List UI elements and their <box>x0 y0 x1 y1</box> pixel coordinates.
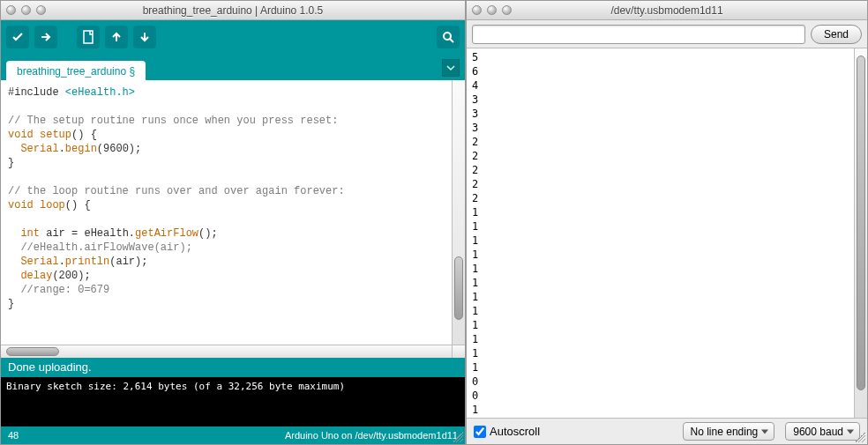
baud-value: 9600 baud <box>793 426 843 438</box>
tab-menu-button[interactable] <box>442 59 460 77</box>
scrollbar-thumb[interactable] <box>6 347 59 356</box>
save-button[interactable] <box>133 26 156 48</box>
toolbar <box>1 20 465 54</box>
check-icon <box>11 30 25 44</box>
serial-monitor-button[interactable] <box>437 26 460 48</box>
baud-rate-select[interactable]: 9600 baud <box>785 422 860 441</box>
zoom-icon[interactable] <box>36 5 46 15</box>
verify-button[interactable] <box>6 26 29 48</box>
open-button[interactable] <box>105 26 128 48</box>
board-port-label: Arduino Uno on /dev/tty.usbmodem1d11 <box>285 430 458 441</box>
autoscroll-checkbox[interactable]: Autoscroll <box>474 425 540 438</box>
serial-output[interactable]: 5 6 4 3 3 3 2 2 2 2 2 1 1 1 1 1 1 1 1 1 … <box>467 48 854 418</box>
window-title: breathing_tree_arduino | Arduino 1.0.5 <box>1 4 465 17</box>
close-icon[interactable] <box>6 5 16 15</box>
arrow-down-icon <box>138 30 152 44</box>
resize-handle[interactable] <box>855 432 865 442</box>
serial-input[interactable] <box>472 25 805 44</box>
chevron-down-icon <box>446 63 455 72</box>
arrow-right-icon <box>39 30 53 44</box>
send-button[interactable]: Send <box>811 25 862 44</box>
svg-rect-0 <box>84 31 93 43</box>
svg-point-1 <box>444 33 451 40</box>
autoscroll-label: Autoscroll <box>490 425 540 438</box>
minimize-icon[interactable] <box>487 5 497 15</box>
serial-input-row: Send <box>467 20 867 48</box>
scrollbar-thumb[interactable] <box>454 256 463 320</box>
status-bar: Done uploading. <box>1 358 465 377</box>
serial-vertical-scrollbar[interactable] <box>854 48 867 418</box>
resize-handle[interactable] <box>453 432 463 442</box>
console-output[interactable]: Binary sketch size: 2,614 bytes (of a 32… <box>1 377 465 426</box>
file-icon <box>82 30 94 44</box>
tab-bar: breathing_tree_arduino § <box>1 54 465 80</box>
editor-vertical-scrollbar[interactable] <box>452 80 465 345</box>
code-editor[interactable]: #include <eHealth.h> // The setup routin… <box>1 80 452 345</box>
arduino-ide-window: breathing_tree_arduino | Arduino 1.0.5 b… <box>0 0 466 445</box>
minimize-icon[interactable] <box>21 5 31 15</box>
zoom-icon[interactable] <box>502 5 512 15</box>
line-number: 48 <box>8 430 19 441</box>
editor-horizontal-scrollbar[interactable] <box>1 345 465 358</box>
arrow-up-icon <box>109 30 123 44</box>
upload-button[interactable] <box>34 26 57 48</box>
title-bar[interactable]: /dev/tty.usbmodem1d11 <box>467 1 867 20</box>
scrollbar-thumb[interactable] <box>857 56 865 390</box>
checkbox-input[interactable] <box>474 426 486 438</box>
serial-monitor-window: /dev/tty.usbmodem1d11 Send 5 6 4 3 3 3 2… <box>466 0 868 445</box>
close-icon[interactable] <box>472 5 482 15</box>
new-button[interactable] <box>77 26 100 48</box>
sketch-tab[interactable]: breathing_tree_arduino § <box>6 61 146 81</box>
window-title: /dev/tty.usbmodem1d11 <box>467 4 867 17</box>
line-ending-select[interactable]: No line ending <box>683 422 775 441</box>
serial-bottom-bar: Autoscroll No line ending 9600 baud <box>467 418 867 444</box>
magnifier-icon <box>441 30 455 44</box>
footer-bar: 48 Arduino Uno on /dev/tty.usbmodem1d11 <box>1 426 465 444</box>
title-bar[interactable]: breathing_tree_arduino | Arduino 1.0.5 <box>1 1 465 20</box>
line-ending-value: No line ending <box>691 426 759 438</box>
